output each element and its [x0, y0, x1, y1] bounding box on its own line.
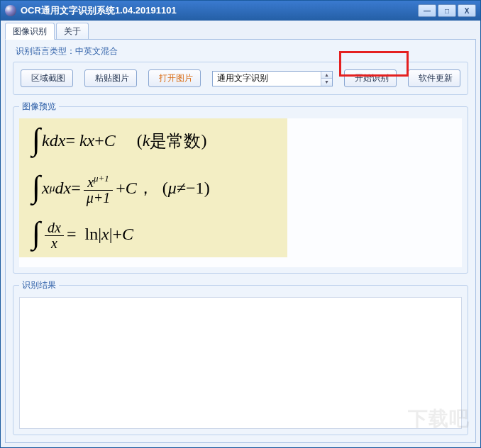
language-value: 中英文混合: [75, 46, 118, 56]
tab-about[interactable]: 关于: [56, 23, 89, 39]
chevron-down-icon[interactable]: ▼: [321, 78, 332, 86]
mode-select[interactable]: 通用文字识别 ▲ ▼: [212, 71, 333, 86]
results-textarea[interactable]: [19, 297, 462, 429]
region-capture-button[interactable]: 区域截图: [21, 69, 73, 87]
tab-image-recognition[interactable]: 图像识别: [5, 23, 55, 40]
paste-image-button[interactable]: 粘贴图片: [84, 69, 137, 87]
tab-strip: 图像识别 关于: [5, 23, 476, 39]
software-update-button[interactable]: 软件更新: [408, 69, 460, 87]
app-icon: [5, 5, 16, 16]
tab-panel: 识别语言类型：中英文混合 区域截图 粘贴图片 打开图片 通用文字识别 ▲ ▼ 开…: [5, 39, 476, 443]
titlebar: OCR通用文字识别系统1.04.20191101 — □ X: [1, 1, 480, 21]
preview-group-label: 图像预览: [19, 101, 59, 113]
language-row: 识别语言类型：中英文混合: [13, 44, 468, 62]
minimize-button[interactable]: —: [418, 4, 436, 17]
open-image-button[interactable]: 打开图片: [148, 69, 201, 87]
results-group-label: 识别结果: [19, 279, 59, 291]
close-button[interactable]: X: [458, 4, 476, 17]
preview-area: ∫ kdx = kx + C ( k 是常数 ): [19, 118, 462, 267]
spinner-icon[interactable]: ▲ ▼: [321, 72, 332, 86]
toolbar: 区域截图 粘贴图片 打开图片 通用文字识别 ▲ ▼ 开始识别 软件更新: [13, 62, 468, 95]
preview-image: ∫ kdx = kx + C ( k 是常数 ): [19, 118, 287, 257]
results-group: 识别结果: [13, 279, 468, 435]
start-recognize-button[interactable]: 开始识别: [344, 69, 397, 87]
preview-group: 图像预览 ∫ kdx = kx + C: [13, 101, 468, 274]
language-label: 识别语言类型：: [16, 46, 75, 56]
chevron-up-icon[interactable]: ▲: [321, 72, 332, 79]
maximize-button[interactable]: □: [438, 4, 456, 17]
mode-select-value: 通用文字识别: [213, 72, 321, 84]
window-title: OCR通用文字识别系统1.04.20191101: [21, 4, 416, 17]
